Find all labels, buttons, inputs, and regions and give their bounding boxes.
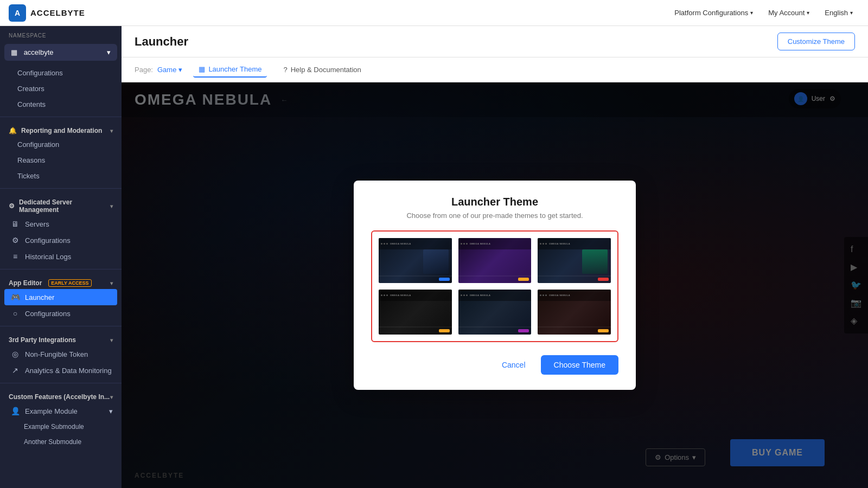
- config-icon: ○: [11, 309, 20, 318]
- theme-card-3[interactable]: OMEGA NEBULA: [537, 237, 612, 284]
- language-btn[interactable]: English ▾: [818, 5, 859, 20]
- toggle-icon[interactable]: ▾: [110, 203, 113, 209]
- theme-mini-bar: [538, 326, 611, 328]
- sidebar-item-contents[interactable]: Contents: [0, 97, 122, 112]
- sidebar-item-label: Configurations: [25, 310, 71, 318]
- theme-card-1[interactable]: OMEGA NEBULA: [378, 237, 453, 284]
- theme-mini-btn: [598, 278, 609, 281]
- section-label: App Editor: [9, 279, 42, 287]
- theme-mini-header: OMEGA NEBULA: [538, 238, 611, 249]
- tab-icon: ▦: [199, 65, 205, 73]
- module-icon: 👤: [11, 407, 20, 415]
- divider: [0, 383, 122, 383]
- sidebar-item-launcher[interactable]: 🎮 Launcher: [4, 289, 117, 305]
- theme-card-6[interactable]: OMEGA NEBULA: [537, 288, 612, 336]
- theme-card-5[interactable]: OMEGA NEBULA: [457, 288, 533, 336]
- customize-theme-button[interactable]: Customize Theme: [777, 33, 855, 50]
- sidebar-item-example-submodule[interactable]: Example Submodule: [0, 419, 122, 434]
- nft-icon: ◎: [11, 350, 20, 358]
- tab-help-documentation[interactable]: ? Help & Documentation: [278, 62, 366, 77]
- dot: [466, 243, 468, 245]
- theme-mini-btn: [598, 329, 609, 332]
- account-label: My Account: [768, 9, 805, 17]
- dot: [461, 243, 462, 245]
- dot: [381, 243, 382, 245]
- dedicated-server-section-header: ⚙ Dedicated Server Management ▾: [0, 193, 122, 216]
- sidebar-item-another-submodule[interactable]: Another Submodule: [0, 434, 122, 450]
- sidebar-item-nft[interactable]: ◎ Non-Fungible Token: [0, 346, 122, 362]
- modal-overlay: Launcher Theme Choose from one of our pr…: [122, 82, 868, 488]
- account-btn[interactable]: My Account ▾: [762, 5, 816, 20]
- sidebar-item-label: Contents: [17, 100, 46, 108]
- launcher-icon: 🎮: [11, 293, 20, 301]
- theme-mini-bar: [538, 275, 611, 277]
- sidebar-item-reasons[interactable]: Reasons: [0, 152, 122, 168]
- sidebar-item-configurations3[interactable]: ○ Configurations: [0, 305, 122, 322]
- tab-launcher-theme[interactable]: ▦ Launcher Theme: [193, 62, 267, 78]
- theme-mini-header: OMEGA NEBULA: [538, 290, 611, 301]
- help-icon: ?: [283, 66, 287, 74]
- sidebar-item-example-module[interactable]: 👤 Example Module ▾: [0, 403, 122, 419]
- list-icon: ≡: [11, 252, 20, 261]
- bell-icon: 🔔: [9, 127, 17, 134]
- layout: NAMESPACE ▦ accelbyte ▾ Configurations C…: [0, 26, 868, 488]
- theme-mini-character: [582, 249, 608, 274]
- chevron-down-icon: ▾: [850, 10, 853, 16]
- dot: [386, 243, 388, 245]
- sidebar-item-label: Analytics & Data Monitoring: [25, 367, 112, 375]
- sidebar-item-label: Launcher: [25, 293, 54, 301]
- sidebar-item-label: Configurations: [17, 69, 63, 77]
- cancel-button[interactable]: Cancel: [493, 356, 534, 374]
- theme-mini-bar: [458, 326, 532, 328]
- theme-preview-4: OMEGA NEBULA: [379, 290, 452, 335]
- theme-card-2[interactable]: OMEGA NEBULA: [457, 237, 533, 284]
- namespace-selector[interactable]: ▦ accelbyte ▾: [4, 44, 117, 61]
- theme-preview-3: OMEGA NEBULA: [538, 238, 611, 283]
- page-title: Launcher: [135, 35, 188, 49]
- theme-grid: OMEGA NEBULA: [371, 230, 618, 342]
- modal-subtitle: Choose from one of our pre-made themes t…: [371, 211, 618, 220]
- theme-mini-btn: [518, 278, 529, 281]
- chevron-down-icon: ▾: [750, 10, 753, 16]
- page-header: Launcher Customize Theme: [122, 26, 868, 57]
- platform-config-btn[interactable]: Platform Configurations ▾: [668, 5, 760, 20]
- dot: [381, 294, 382, 296]
- choose-theme-button[interactable]: Choose Theme: [541, 355, 618, 375]
- divider: [0, 269, 122, 269]
- sidebar-item-configuration[interactable]: Configuration: [0, 137, 122, 152]
- toggle-icon[interactable]: ▾: [110, 394, 113, 400]
- toggle-icon[interactable]: ▾: [110, 128, 113, 134]
- sidebar: NAMESPACE ▦ accelbyte ▾ Configurations C…: [0, 26, 122, 488]
- theme-mini-btn: [439, 278, 450, 281]
- theme-preview-6: OMEGA NEBULA: [538, 290, 611, 335]
- sidebar-item-label: Servers: [25, 220, 49, 228]
- section-label: Dedicated Server Management: [19, 198, 110, 214]
- analytics-icon: ↗: [11, 366, 20, 375]
- theme-preview-1: OMEGA NEBULA: [379, 238, 452, 283]
- section-label: Custom Features (Accelbyte In...: [9, 393, 110, 401]
- namespace-label: NAMESPACE: [0, 26, 122, 42]
- toolbar: Page: Game ▾ ▦ Launcher Theme ? Help & D…: [122, 57, 868, 82]
- sidebar-item-servers[interactable]: 🖥 Servers: [0, 216, 122, 232]
- sidebar-item-creators[interactable]: Creators: [0, 81, 122, 97]
- theme-mini-title: OMEGA NEBULA: [390, 294, 411, 297]
- sidebar-item-label: Reasons: [17, 156, 45, 164]
- dot: [542, 243, 544, 245]
- sidebar-item-configurations2[interactable]: ⚙ Configurations: [0, 232, 122, 248]
- sidebar-item-analytics[interactable]: ↗ Analytics & Data Monitoring: [0, 362, 122, 378]
- theme-mini-bar: [458, 275, 532, 277]
- navbar: A ACCELBYTE Platform Configurations ▾ My…: [0, 0, 868, 26]
- gear-icon: ⚙: [11, 236, 20, 245]
- theme-card-4[interactable]: OMEGA NEBULA: [378, 288, 453, 336]
- theme-mini-btn: [439, 329, 450, 332]
- 3rd-party-section-header: 3rd Party Integrations ▾: [0, 331, 122, 346]
- dot: [463, 243, 465, 245]
- page-value-dropdown[interactable]: Game ▾: [157, 66, 182, 74]
- toggle-icon[interactable]: ▾: [110, 337, 113, 343]
- sidebar-item-tickets[interactable]: Tickets: [0, 168, 122, 184]
- sidebar-item-configurations[interactable]: Configurations: [0, 65, 122, 81]
- section-label: 3rd Party Integrations: [9, 336, 76, 344]
- sidebar-item-historical-logs[interactable]: ≡ Historical Logs: [0, 248, 122, 265]
- custom-features-section-header: Custom Features (Accelbyte In... ▾: [0, 388, 122, 403]
- toggle-icon[interactable]: ▾: [110, 280, 113, 286]
